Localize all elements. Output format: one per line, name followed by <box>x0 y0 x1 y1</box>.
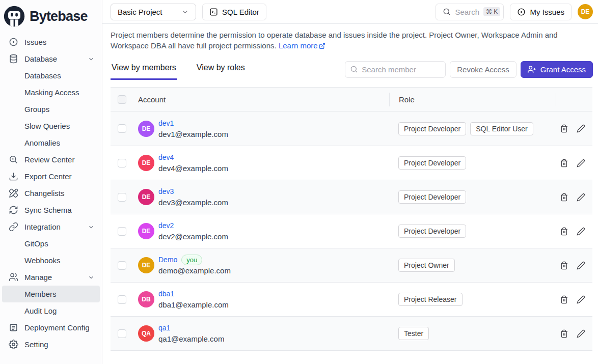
sidebar-item-label: Database <box>24 54 57 63</box>
sidebar-item-groups[interactable]: Groups <box>2 101 100 118</box>
project-select-value: Basic Project <box>118 8 162 16</box>
sidebar-item-gitops[interactable]: GitOps <box>2 235 100 252</box>
topbar: Basic Project SQL Editor Search ⌘ K <box>102 0 598 24</box>
edit-member-button[interactable] <box>577 227 585 236</box>
grant-access-label: Grant Access <box>540 65 586 74</box>
tab-view-by-members[interactable]: View by members <box>111 59 177 80</box>
edit-member-button[interactable] <box>577 261 585 270</box>
pencil-ruler-icon <box>8 188 18 199</box>
grant-access-button[interactable]: Grant Access <box>521 61 593 78</box>
search-shortcut-badge: ⌘ K <box>483 7 500 16</box>
row-checkbox[interactable] <box>118 193 126 202</box>
member-name-link[interactable]: dev1 <box>158 118 174 129</box>
review-center-icon <box>8 155 18 165</box>
delete-member-button[interactable] <box>560 227 568 236</box>
pencil-icon <box>577 124 585 133</box>
member-controls: Revoke Access Grant Access <box>345 61 593 78</box>
role-badge: Project Developer <box>398 190 466 204</box>
member-name-link[interactable]: dev4 <box>158 152 174 163</box>
revoke-access-button[interactable]: Revoke Access <box>450 61 517 78</box>
delete-member-button[interactable] <box>560 295 568 304</box>
delete-member-button[interactable] <box>560 261 568 270</box>
sidebar-item-manage[interactable]: Manage <box>2 269 100 286</box>
member-name-link[interactable]: dev3 <box>158 186 174 197</box>
member-email: dev2@example.com <box>158 231 228 242</box>
select-all-checkbox[interactable] <box>118 95 126 104</box>
delete-member-button[interactable] <box>560 193 568 202</box>
member-row: QA qa1 qa1@example.com Tester <box>111 316 592 350</box>
sidebar-item-setting[interactable]: Setting <box>2 336 100 353</box>
learn-more-label: Learn more <box>279 41 318 50</box>
search-member-wrap <box>345 61 446 78</box>
trash-icon <box>560 193 568 202</box>
member-name-link[interactable]: qa1 <box>158 323 170 333</box>
tab-view-by-roles[interactable]: View by roles <box>196 59 246 80</box>
row-checkbox[interactable] <box>118 227 126 236</box>
pencil-icon <box>577 295 585 304</box>
pencil-icon <box>577 227 585 236</box>
sidebar-item-changelists[interactable]: Changelists <box>2 185 100 202</box>
my-issues-button[interactable]: My Issues <box>510 4 572 20</box>
my-issues-label: My Issues <box>530 8 564 16</box>
app-window: Bytebase Issues Database Databases <box>0 0 598 364</box>
member-row: DE dev1 dev1@example.com Project Develop… <box>111 111 592 146</box>
table-header: Account Role <box>111 88 592 111</box>
learn-more-link[interactable]: Learn more <box>279 41 325 50</box>
search-icon <box>443 8 451 16</box>
edit-member-button[interactable] <box>577 329 585 338</box>
sidebar-item-webhooks[interactable]: Webhooks <box>2 252 100 269</box>
bytebase-logo-icon <box>3 5 25 27</box>
sidebar-item-members[interactable]: Members <box>2 286 100 302</box>
sidebar-item-audit-log[interactable]: Audit Log <box>2 302 100 319</box>
sidebar-item-label: Sync Schema <box>24 206 72 214</box>
sidebar-item-label: Audit Log <box>24 306 57 315</box>
delete-member-button[interactable] <box>560 329 568 338</box>
page-description: Project members determine the permission… <box>111 30 592 52</box>
sidebar-item-masking-access[interactable]: Masking Access <box>2 84 100 101</box>
row-checkbox[interactable] <box>118 124 126 133</box>
members-table: Account Role DE dev1 dev1@example.com <box>111 87 592 351</box>
sidebar-item-issues[interactable]: Issues <box>2 34 100 50</box>
edit-member-button[interactable] <box>577 159 585 167</box>
sidebar-item-export-center[interactable]: Export Center <box>2 168 100 185</box>
user-avatar[interactable]: DE <box>578 4 593 19</box>
sidebar-item-slow-queries[interactable]: Slow Queries <box>2 118 100 134</box>
row-checkbox[interactable] <box>118 159 126 167</box>
sidebar-item-deployment-config[interactable]: Deployment Config <box>2 319 100 336</box>
sidebar-item-label: Manage <box>24 273 52 282</box>
terminal-icon <box>209 8 218 16</box>
row-checkbox[interactable] <box>118 261 126 270</box>
download-icon <box>8 172 18 182</box>
project-select[interactable]: Basic Project <box>111 4 196 20</box>
delete-member-button[interactable] <box>560 159 568 167</box>
gear-icon <box>8 340 18 350</box>
global-search-button[interactable]: Search ⌘ K <box>436 4 504 20</box>
sidebar-item-database[interactable]: Database <box>2 50 100 67</box>
sidebar-item-label: Databases <box>24 71 61 80</box>
role-badge: Tester <box>398 327 429 340</box>
edit-member-button[interactable] <box>577 124 585 133</box>
row-checkbox[interactable] <box>118 295 126 304</box>
sidebar-item-review-center[interactable]: Review Center <box>2 151 100 168</box>
document-lines-icon <box>8 323 18 333</box>
search-icon <box>350 65 358 75</box>
edit-member-button[interactable] <box>577 295 585 304</box>
sidebar-item-databases[interactable]: Databases <box>2 67 100 84</box>
delete-member-button[interactable] <box>560 124 568 133</box>
sidebar-item-anomalies[interactable]: Anomalies <box>2 134 100 151</box>
you-badge: you <box>181 255 202 265</box>
member-name-link[interactable]: dba1 <box>158 289 174 299</box>
member-name-link[interactable]: dev2 <box>158 220 174 231</box>
sql-editor-button[interactable]: SQL Editor <box>202 4 266 20</box>
role-badge: Project Releaser <box>398 293 463 306</box>
bytebase-logo[interactable]: Bytebase <box>0 4 100 33</box>
trash-icon <box>560 295 568 304</box>
external-link-icon <box>319 41 325 52</box>
row-checkbox[interactable] <box>118 329 126 338</box>
sidebar-item-integration[interactable]: Integration <box>2 218 100 235</box>
chevron-down-icon <box>181 8 189 16</box>
edit-member-button[interactable] <box>577 193 585 202</box>
member-name-link[interactable]: Demo <box>158 255 177 265</box>
search-member-input[interactable] <box>345 61 446 78</box>
sidebar-item-sync-schema[interactable]: Sync Schema <box>2 202 100 218</box>
